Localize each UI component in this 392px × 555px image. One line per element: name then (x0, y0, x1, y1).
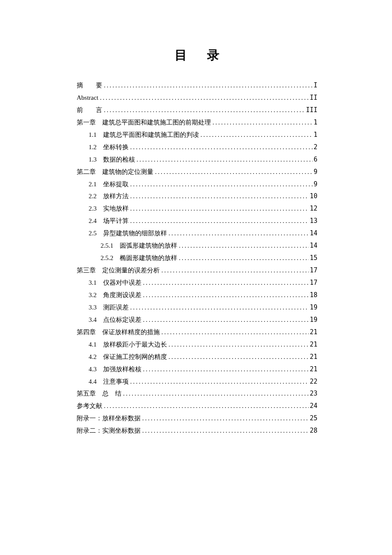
toc-entry-page: 6 (313, 153, 317, 166)
toc-entry: 4.3 加强放样检核 21 (77, 363, 317, 376)
toc-entry-page: 25 (309, 412, 317, 425)
toc-entry: 参考文献 24 (77, 400, 317, 412)
toc-entry-label: 2.5.1 圆弧形建筑物的放样 (101, 240, 179, 252)
toc-leader-dots (104, 400, 309, 412)
toc-leader-dots (169, 351, 309, 363)
toc-leader-dots (213, 116, 313, 129)
toc-entry-label: 2.5 异型建筑物的细部放样 (89, 227, 169, 240)
toc-entry-label: 1.2 坐标转换 (89, 141, 130, 153)
toc-entry: 2.1 坐标提取 9 (77, 178, 317, 191)
toc-entry: 第一章 建筑总平面图和建筑施工图的前期处理 1 (77, 116, 317, 129)
toc-leader-dots (130, 178, 313, 191)
toc-entry-page: 14 (309, 240, 317, 252)
toc-entry-page: 15 (309, 252, 317, 264)
toc-entry-label: 1.3 数据的检核 (89, 153, 137, 166)
toc-leader-dots (143, 363, 309, 376)
toc-entry-page: 28 (309, 425, 317, 437)
toc-entry-page: 14 (309, 227, 317, 240)
toc-entry-page: 2 (313, 141, 317, 153)
toc-entry-label: 第三章 定位测量的误差分析 (77, 264, 161, 277)
toc-entry-label: 2.5.2 椭圆形建筑物的放样 (101, 252, 179, 264)
toc-entry-label: 2.1 坐标提取 (89, 178, 130, 191)
toc-entry-page: 18 (309, 289, 317, 301)
toc-entry-label: 附录一：放样坐标数据 (77, 412, 142, 425)
toc-entry-page: III (305, 104, 317, 116)
toc-leader-dots (130, 376, 309, 388)
toc-entry-label: 4.2 保证施工控制网的精度 (89, 351, 169, 363)
toc-entry: 2.5 异型建筑物的细部放样 14 (77, 227, 317, 240)
toc-entry-label: 第二章 建筑物的定位测量 (77, 166, 155, 178)
toc-entry: 3.1 仪器对中误差 17 (77, 277, 317, 289)
toc-entry-label: 4.3 加强放样检核 (89, 363, 143, 376)
toc-entry: 1.3 数据的检核 6 (77, 153, 317, 166)
toc-leader-dots (130, 215, 309, 227)
toc-entry-label: 3.3 测距误差 (89, 301, 130, 314)
toc-entry: 4.4 注意事项 22 (77, 376, 317, 388)
toc-leader-dots (142, 412, 309, 425)
toc-entry: 3.3 测距误差 19 (77, 301, 317, 314)
toc-leader-dots (130, 190, 309, 202)
toc-entry-page: 19 (309, 314, 317, 326)
toc-entry-label: 第四章 保证放样精度的措施 (77, 326, 161, 338)
toc-entry-label: 第五章 总 结 (77, 387, 123, 400)
toc-entry-label: 前 言 (77, 104, 104, 116)
toc-entry-page: 21 (309, 351, 317, 363)
toc-entry-label: 3.1 仪器对中误差 (89, 277, 143, 289)
toc-entry-label: 参考文献 (77, 400, 104, 412)
toc-entry-page: 17 (309, 277, 317, 289)
toc-entry-label: Abstract (77, 92, 100, 104)
toc-entry-label: 1.1 建筑总平面图和建筑施工图的判读 (89, 129, 201, 141)
toc-entry-page: 1 (313, 116, 317, 129)
toc-leader-dots (143, 314, 309, 326)
toc-entry: 第二章 建筑物的定位测量 9 (77, 166, 317, 178)
toc-title: 目录 (77, 47, 317, 64)
toc-entry-page: 12 (309, 202, 317, 215)
toc-entry: 摘 要 I (77, 79, 317, 92)
toc-entry-label: 2.2 放样方法 (89, 190, 130, 202)
title-char-1: 目 (175, 48, 187, 62)
toc-entry-page: 22 (309, 376, 317, 388)
toc-entry-page: 24 (309, 400, 317, 412)
toc-entry-page: 1 (313, 129, 317, 141)
toc-entry: 2.2 放样方法 10 (77, 190, 317, 202)
toc-leader-dots (130, 141, 313, 153)
toc-entry-page: II (309, 92, 317, 104)
toc-entry: 附录二：实测坐标数据 28 (77, 425, 317, 437)
toc-entry: 3.2 角度测设误差 18 (77, 289, 317, 301)
toc-entry-page: 21 (309, 363, 317, 376)
toc-entry: 3.4 点位标定误差 19 (77, 314, 317, 326)
toc-entry: 2.3 实地放样 12 (77, 202, 317, 215)
toc-entry-page: 17 (309, 264, 317, 277)
toc-entry-label: 3.4 点位标定误差 (89, 314, 143, 326)
toc-leader-dots (143, 289, 309, 301)
toc-entry-page: 10 (309, 190, 317, 202)
toc-entry: 4.2 保证施工控制网的精度 21 (77, 351, 317, 363)
toc-entry-label: 2.3 实地放样 (89, 202, 130, 215)
toc-leader-dots (161, 264, 309, 277)
toc-leader-dots (169, 338, 309, 351)
toc-entry-page: 9 (313, 166, 317, 178)
toc-entry: 2.4 场平计算 13 (77, 215, 317, 227)
toc-leader-dots (169, 227, 309, 240)
toc-entry-label: 3.2 角度测设误差 (89, 289, 143, 301)
toc-entry-page: 13 (309, 215, 317, 227)
toc-leader-dots (155, 166, 313, 178)
toc-entry-label: 4.4 注意事项 (89, 376, 130, 388)
toc-leader-dots (104, 79, 313, 92)
toc-entry-label: 2.4 场平计算 (89, 215, 130, 227)
toc-leader-dots (161, 326, 309, 338)
toc-entry: 4.1 放样极距小于最大边长 21 (77, 338, 317, 351)
toc-entry-label: 第一章 建筑总平面图和建筑施工图的前期处理 (77, 116, 213, 129)
toc-leader-dots (201, 129, 313, 141)
toc-leader-dots (104, 104, 305, 116)
toc-entry-page: 23 (309, 387, 317, 400)
toc-entry-page: 21 (309, 338, 317, 351)
toc-list: 摘 要 IAbstract II前 言 III第一章 建筑总平面图和建筑施工图的… (77, 79, 317, 437)
toc-entry: 第五章 总 结 23 (77, 387, 317, 400)
toc-entry: Abstract II (77, 92, 317, 104)
toc-entry: 附录一：放样坐标数据 25 (77, 412, 317, 425)
toc-entry-page: 19 (309, 301, 317, 314)
toc-entry: 1.1 建筑总平面图和建筑施工图的判读 1 (77, 129, 317, 141)
toc-leader-dots (130, 202, 309, 215)
toc-entry: 第四章 保证放样精度的措施 21 (77, 326, 317, 338)
